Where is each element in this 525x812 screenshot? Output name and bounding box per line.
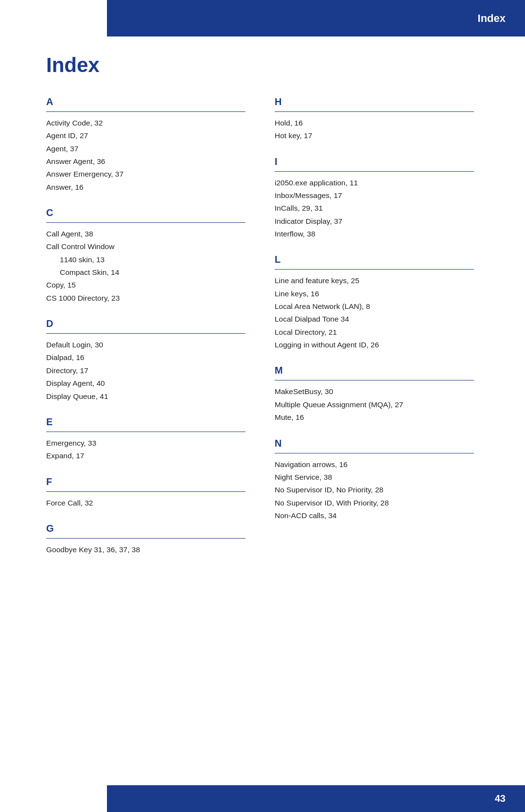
index-entry: Agent ID, 27 <box>46 129 245 142</box>
index-entry: Hold, 16 <box>275 117 474 129</box>
index-entry: Dialpad, 16 <box>46 351 245 364</box>
page-number: 43 <box>495 793 506 804</box>
index-entry: Mute, 16 <box>275 411 474 424</box>
right-column: HHold, 16Hot key, 17Ii2050.exe applicati… <box>275 96 474 556</box>
section-letter-d: D <box>46 318 245 329</box>
section-divider <box>275 171 474 172</box>
index-entry: Directory, 17 <box>46 364 245 377</box>
index-entry: Force Call, 32 <box>46 497 245 509</box>
index-entry: Agent, 37 <box>46 143 245 155</box>
section-divider <box>275 453 474 453</box>
index-entry: Call Agent, 38 <box>46 228 245 240</box>
footer-bar: 43 <box>107 785 525 812</box>
index-entry: InCalls, 29, 31 <box>275 202 474 215</box>
index-entry: Call Control Window <box>46 240 245 253</box>
index-entry: Logging in without Agent ID, 26 <box>275 339 474 351</box>
index-entry: Hot key, 17 <box>275 129 474 142</box>
section-divider <box>46 333 245 334</box>
index-entry: Non-ACD calls, 34 <box>275 509 474 522</box>
section-letter-h: H <box>275 96 474 108</box>
index-entry: Display Queue, 41 <box>46 390 245 403</box>
index-entry: 1140 skin, 13 <box>46 253 245 266</box>
header-bar: Index <box>107 0 525 36</box>
section-letter-n: N <box>275 438 474 449</box>
index-columns: AActivity Code, 32Agent ID, 27Agent, 37A… <box>46 96 474 556</box>
page-main-title: Index <box>46 54 474 77</box>
index-entry: Multiple Queue Assignment (MQA), 27 <box>275 398 474 411</box>
index-entry: Inbox/Messages, 17 <box>275 189 474 202</box>
header-title: Index <box>478 12 506 25</box>
index-entry: Line and feature keys, 25 <box>275 274 474 287</box>
index-entry: Local Area Network (LAN), 8 <box>275 300 474 313</box>
index-entry: Expand, 17 <box>46 450 245 462</box>
section-divider <box>275 269 474 270</box>
index-entry: Default Login, 30 <box>46 339 245 351</box>
index-entry: Interflow, 38 <box>275 228 474 240</box>
section-divider <box>275 380 474 380</box>
left-column: AActivity Code, 32Agent ID, 27Agent, 37A… <box>46 96 245 556</box>
section-divider <box>275 111 474 112</box>
index-entry: Local Directory, 21 <box>275 326 474 339</box>
section-letter-l: L <box>275 254 474 265</box>
index-entry: Display Agent, 40 <box>46 377 245 390</box>
index-entry: Goodbye Key 31, 36, 37, 38 <box>46 543 245 556</box>
section-letter-c: C <box>46 207 245 218</box>
section-letter-g: G <box>46 523 245 534</box>
index-entry: No Supervisor ID, No Priority, 28 <box>275 484 474 496</box>
index-entry: Answer Agent, 36 <box>46 155 245 168</box>
index-entry: Activity Code, 32 <box>46 117 245 129</box>
index-entry: Indicator Display, 37 <box>275 215 474 228</box>
section-letter-f: F <box>46 476 245 487</box>
index-entry: Answer, 16 <box>46 181 245 194</box>
index-entry: No Supervisor ID, With Priority, 28 <box>275 497 474 509</box>
section-letter-m: M <box>275 365 474 376</box>
index-entry: Night Service, 38 <box>275 471 474 484</box>
index-entry: i2050.exe application, 11 <box>275 177 474 189</box>
section-divider <box>46 538 245 539</box>
section-letter-a: A <box>46 96 245 108</box>
index-entry: Answer Emergency, 37 <box>46 168 245 180</box>
index-entry: Line keys, 16 <box>275 288 474 300</box>
index-entry: Compact Skin, 14 <box>46 266 245 279</box>
index-entry: Navigation arrows, 16 <box>275 458 474 471</box>
index-entry: Emergency, 33 <box>46 437 245 450</box>
section-divider <box>46 111 245 112</box>
section-divider <box>46 491 245 492</box>
section-letter-e: E <box>46 416 245 428</box>
index-entry: MakeSetBusy, 30 <box>275 385 474 398</box>
section-divider <box>46 222 245 223</box>
section-letter-i: I <box>275 156 474 167</box>
index-entry: Local Dialpad Tone 34 <box>275 313 474 325</box>
section-divider <box>46 432 245 432</box>
index-entry: CS 1000 Directory, 23 <box>46 292 245 305</box>
page-content: Index AActivity Code, 32Agent ID, 27Agen… <box>46 54 474 556</box>
index-entry: Copy, 15 <box>46 279 245 291</box>
